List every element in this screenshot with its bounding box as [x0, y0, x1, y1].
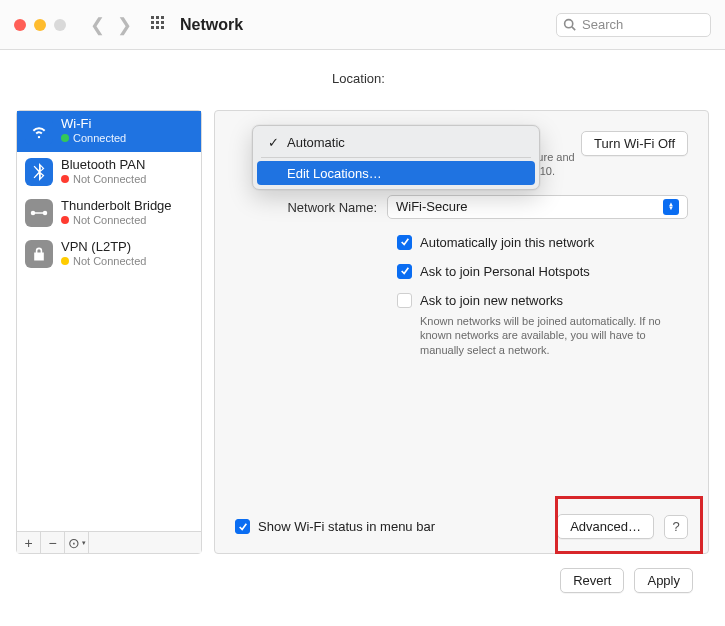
sidebar-item-wifi[interactable]: Wi-Fi Connected: [17, 111, 201, 152]
window-controls: [14, 19, 66, 31]
bluetooth-icon: [25, 158, 53, 186]
svg-line-10: [572, 27, 575, 30]
sidebar-item-label: Bluetooth PAN: [61, 158, 146, 173]
check-icon: ✓: [267, 135, 279, 150]
show-menu-bar-label: Show Wi-Fi status in menu bar: [258, 519, 435, 534]
menu-separator: [261, 157, 531, 158]
close-window-button[interactable]: [14, 19, 26, 31]
nav-arrows: ❮ ❯: [90, 14, 132, 36]
svg-rect-8: [161, 26, 164, 29]
svg-rect-5: [161, 21, 164, 24]
svg-rect-4: [156, 21, 159, 24]
svg-rect-6: [151, 26, 154, 29]
sidebar-item-bluetooth[interactable]: Bluetooth PAN Not Connected: [17, 152, 201, 193]
status-dot-icon: [61, 257, 69, 265]
footer-buttons: Revert Apply: [16, 554, 709, 593]
help-button[interactable]: ?: [664, 515, 688, 539]
remove-interface-button[interactable]: −: [41, 532, 65, 553]
interface-list: Wi-Fi Connected Bluetooth PAN Not Connec…: [17, 111, 201, 531]
svg-point-9: [565, 20, 573, 28]
auto-join-checkbox[interactable]: [397, 235, 412, 250]
sidebar-item-vpn[interactable]: VPN (L2TP) Not Connected: [17, 234, 201, 275]
interface-sidebar: Wi-Fi Connected Bluetooth PAN Not Connec…: [16, 110, 202, 554]
add-interface-button[interactable]: +: [17, 532, 41, 553]
ask-new-networks-hint: Known networks will be joined automatica…: [420, 314, 680, 359]
stepper-arrows-icon: ▲▼: [663, 199, 679, 215]
minimize-window-button[interactable]: [34, 19, 46, 31]
page-title: Network: [180, 16, 243, 34]
sidebar-item-thunderbolt[interactable]: Thunderbolt Bridge Not Connected: [17, 193, 201, 234]
zoom-window-button[interactable]: [54, 19, 66, 31]
location-label: Location:: [332, 71, 385, 86]
sidebar-item-label: VPN (L2TP): [61, 240, 146, 255]
apply-button[interactable]: Apply: [634, 568, 693, 593]
svg-rect-2: [161, 16, 164, 19]
svg-rect-1: [156, 16, 159, 19]
forward-button[interactable]: ❯: [117, 14, 132, 36]
menu-item-edit-locations[interactable]: Edit Locations…: [257, 161, 535, 185]
chevron-down-icon: ▾: [82, 539, 86, 547]
advanced-button[interactable]: Advanced…: [557, 514, 654, 539]
revert-button[interactable]: Revert: [560, 568, 624, 593]
svg-rect-3: [151, 21, 154, 24]
svg-rect-0: [151, 16, 154, 19]
ask-new-networks-label: Ask to join new networks: [420, 293, 563, 308]
thunderbolt-icon: [25, 199, 53, 227]
menu-item-automatic[interactable]: ✓ Automatic: [257, 130, 535, 154]
status-dot-icon: [61, 134, 69, 142]
ask-hotspot-checkbox[interactable]: [397, 264, 412, 279]
search-input[interactable]: Search: [556, 13, 711, 37]
location-popup: ✓ Automatic Edit Locations…: [252, 125, 540, 190]
ellipsis-icon: ⊙: [68, 535, 80, 551]
network-name-label: Network Name:: [235, 198, 387, 215]
auto-join-label: Automatically join this network: [420, 235, 594, 250]
interface-options-button[interactable]: ⊙ ▾: [65, 532, 89, 553]
turn-wifi-off-button[interactable]: Turn Wi-Fi Off: [581, 131, 688, 156]
sidebar-footer: + − ⊙ ▾: [17, 531, 201, 553]
ask-hotspot-label: Ask to join Personal Hotspots: [420, 264, 590, 279]
wifi-icon: [25, 117, 53, 145]
sidebar-item-label: Wi-Fi: [61, 117, 126, 132]
show-menu-bar-checkbox[interactable]: [235, 519, 250, 534]
network-name-dropdown[interactable]: WiFi-Secure ▲▼: [387, 195, 688, 219]
network-name-value: WiFi-Secure: [396, 199, 468, 214]
status-dot-icon: [61, 175, 69, 183]
lock-icon: [25, 240, 53, 268]
search-placeholder: Search: [582, 17, 623, 32]
show-all-icon[interactable]: [150, 15, 166, 34]
title-bar: ❮ ❯ Network Search: [0, 0, 725, 50]
search-icon: [563, 18, 576, 31]
status-dot-icon: [61, 216, 69, 224]
svg-rect-13: [35, 212, 44, 214]
svg-rect-7: [156, 26, 159, 29]
back-button[interactable]: ❮: [90, 14, 105, 36]
sidebar-item-label: Thunderbolt Bridge: [61, 199, 172, 214]
ask-new-networks-checkbox[interactable]: [397, 293, 412, 308]
